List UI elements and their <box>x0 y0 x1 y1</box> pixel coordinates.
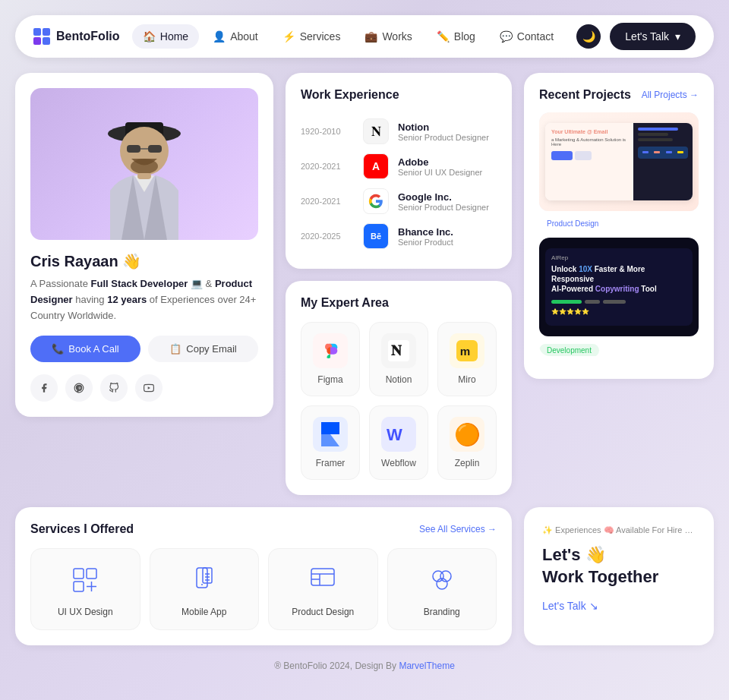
adobe-logo: A <box>363 153 389 179</box>
pinterest-button[interactable] <box>65 374 93 402</box>
nav-item-services[interactable]: ⚡ Services <box>272 24 352 49</box>
profile-actions: 📞 Book A Call 📋 Copy Email <box>30 336 258 362</box>
service-product[interactable]: Product Design <box>268 548 378 630</box>
github-button[interactable] <box>100 374 128 402</box>
service-ui-ux[interactable]: UI UX Design <box>30 548 140 630</box>
footer-link[interactable]: MarvelTheme <box>399 661 454 671</box>
middle-column: Work Experience 1920-2010 𝐍 Notion Senio… <box>286 73 512 495</box>
expert-webflow[interactable]: W Webflow <box>369 405 428 480</box>
youtube-button[interactable] <box>135 374 163 402</box>
work-item: 2020-2025 Bē Bhance Inc. Senior Product <box>301 219 497 254</box>
nav-item-about[interactable]: 👤 About <box>202 24 269 49</box>
services-header: Services I Offered See All Services → <box>30 522 497 536</box>
book-call-button[interactable]: 📞 Book A Call <box>30 336 140 362</box>
expert-miro[interactable]: m Miro <box>437 322 497 396</box>
expert-framer[interactable]: Framer <box>301 405 360 480</box>
blog-icon: ✏️ <box>437 30 450 43</box>
project-preview-2: AIRep Unlock 10X Faster & More Responsiv… <box>539 238 699 336</box>
project-card-1[interactable]: Your Ultimate @ Email a Marketing & Auto… <box>539 112 699 230</box>
copy-icon: 📋 <box>169 343 181 355</box>
work-experience-card: Work Experience 1920-2010 𝐍 Notion Senio… <box>286 73 512 269</box>
services-title: Services I Offered <box>30 522 134 536</box>
facebook-button[interactable] <box>30 374 58 402</box>
svg-text:𝐍: 𝐍 <box>391 342 402 358</box>
svg-text:m: m <box>460 345 470 358</box>
svg-rect-7 <box>137 173 151 179</box>
recent-projects-card: Recent Projects All Projects → Your Ulti… <box>524 73 714 379</box>
see-all-services-link[interactable]: See All Services → <box>419 524 497 534</box>
webflow-icon: W <box>381 417 416 452</box>
zeplin-icon: 🟠 <box>450 417 484 452</box>
expert-area-title: My Expert Area <box>301 296 497 310</box>
home-icon: 🏠 <box>143 30 156 43</box>
svg-rect-14 <box>74 569 84 579</box>
footer: ® BentoFolio 2024, Design By MarvelTheme <box>15 661 714 671</box>
project-badge-2: Development <box>539 342 699 356</box>
expert-figma[interactable]: Figma <box>301 322 360 396</box>
profile-description: A Passionate Full Stack Developer 💻 & Pr… <box>30 276 258 323</box>
nav-item-works[interactable]: 💼 Works <box>354 24 422 49</box>
miro-icon: m <box>450 333 484 368</box>
notion-logo: 𝐍 <box>363 118 389 144</box>
svg-rect-15 <box>74 582 84 591</box>
work-item: 2020-2021 Google Inc. Senior Product Des… <box>301 184 497 219</box>
main-grid: Cris Rayaan 👋 A Passionate Full Stack De… <box>15 73 714 495</box>
logo[interactable]: BentoFolio <box>33 28 120 45</box>
services-grid: UI UX Design Mobile App <box>30 548 497 630</box>
work-experience-title: Work Experience <box>301 88 497 102</box>
all-projects-link[interactable]: All Projects → <box>642 90 699 100</box>
service-branding[interactable]: Branding <box>387 548 497 630</box>
navbar: BentoFolio 🏠 Home 👤 About ⚡ Services 💼 W… <box>15 15 714 58</box>
svg-text:W: W <box>387 425 402 443</box>
nav-item-blog[interactable]: ✏️ Blog <box>426 24 486 49</box>
pinterest-icon <box>74 383 84 393</box>
recent-projects-header: Recent Projects All Projects → <box>539 88 699 102</box>
right-column: Recent Projects All Projects → Your Ulti… <box>524 73 714 379</box>
service-mobile[interactable]: Mobile App <box>150 548 260 630</box>
cta-heading: Let's 👋 Work Together <box>542 544 696 588</box>
profile-image <box>30 88 258 240</box>
expert-notion[interactable]: 𝐍 Notion <box>369 322 428 396</box>
branding-icon <box>423 561 461 599</box>
chevron-down-icon: ▾ <box>675 30 680 43</box>
youtube-icon <box>144 383 154 393</box>
works-icon: 💼 <box>364 30 377 43</box>
copy-email-button[interactable]: 📋 Copy Email <box>148 336 258 362</box>
facebook-icon <box>39 383 49 393</box>
project-badge-1: Product Design <box>539 217 606 230</box>
svg-rect-4 <box>148 145 162 153</box>
nav-links: 🏠 Home 👤 About ⚡ Services 💼 Works ✏️ <box>132 24 564 49</box>
ui-ux-icon <box>66 561 104 599</box>
recent-projects-title: Recent Projects <box>539 88 631 102</box>
project-card-2[interactable]: AIRep Unlock 10X Faster & More Responsiv… <box>539 238 699 356</box>
profile-card: Cris Rayaan 👋 A Passionate Full Stack De… <box>15 73 273 417</box>
mobile-icon <box>185 561 223 599</box>
expert-zeplin[interactable]: 🟠 Zeplin <box>437 405 497 480</box>
expert-grid: Figma 𝐍 Notion m <box>301 322 497 480</box>
nav-item-contact[interactable]: 💬 Contact <box>489 24 564 49</box>
work-item: 1920-2010 𝐍 Notion Senior Product Design… <box>301 114 497 149</box>
github-icon <box>109 383 119 393</box>
expert-area-card: My Expert Area Figma <box>286 281 512 495</box>
nav-right: 🌙 Let's Talk ▾ <box>576 23 696 50</box>
svg-rect-3 <box>127 145 140 153</box>
social-links <box>30 374 163 402</box>
notion-icon: 𝐍 <box>381 333 416 368</box>
services-card: Services I Offered See All Services → UI… <box>15 507 512 645</box>
cta-ticker: ✨ Experiences 🧠 Available For Hire 🚀 Cra… <box>542 525 696 535</box>
lets-talk-button[interactable]: Let's Talk ▾ <box>610 23 696 50</box>
contact-icon: 💬 <box>500 30 513 43</box>
dark-mode-toggle[interactable]: 🌙 <box>576 24 601 49</box>
nav-item-home[interactable]: 🏠 Home <box>132 24 199 49</box>
svg-point-6 <box>131 159 158 174</box>
work-item: 2020-2021 A Adobe Senior UI UX Designer <box>301 149 497 184</box>
figma-icon <box>313 333 348 368</box>
services-icon: ⚡ <box>282 30 295 43</box>
profile-name: Cris Rayaan 👋 <box>30 252 141 270</box>
cta-link[interactable]: Let's Talk ↘ <box>542 600 696 612</box>
about-icon: 👤 <box>213 30 226 43</box>
bottom-grid: Services I Offered See All Services → UI… <box>15 507 714 645</box>
person-illustration <box>87 92 201 240</box>
svg-rect-23 <box>311 569 334 585</box>
logo-icon <box>33 28 50 45</box>
